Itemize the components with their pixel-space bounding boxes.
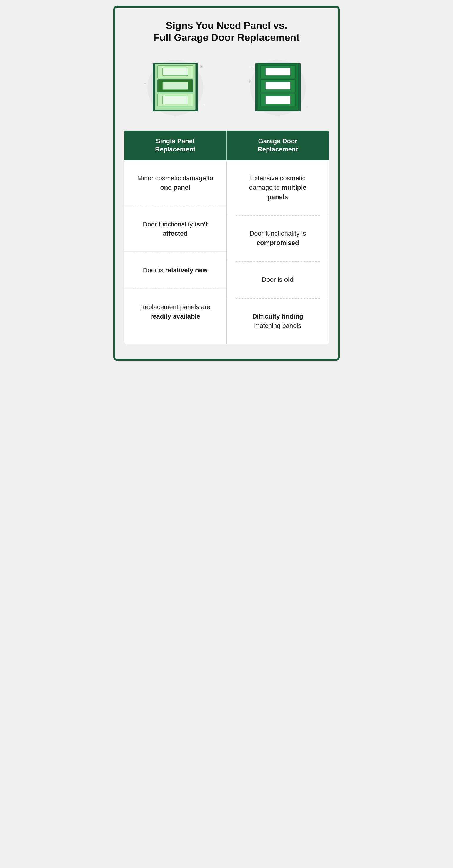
full-door-row-2: Door functionality is compromised (227, 216, 329, 261)
svg-rect-6 (163, 96, 188, 104)
full-door-row-4-bold: Difficulty finding (252, 313, 303, 320)
svg-rect-18 (255, 63, 258, 111)
svg-rect-2 (163, 68, 188, 75)
illustrations-section: ✳ + ○ (124, 55, 329, 120)
sparkle-1: ✳ (200, 64, 203, 69)
svg-rect-19 (299, 63, 301, 111)
single-panel-column: Single PanelReplacement Minor cosmetic d… (124, 131, 227, 344)
svg-rect-14 (265, 82, 291, 90)
single-panel-row-2-bold: isn't affected (163, 221, 208, 237)
single-panel-row-3: Door is relatively new (124, 252, 227, 288)
single-panel-row-2: Door functionality isn't affected (124, 207, 227, 252)
full-door-row-1-bold: multiple panels (267, 184, 306, 200)
main-card: Signs You Need Panel vs. Full Garage Doo… (113, 6, 340, 361)
svg-rect-9 (196, 63, 198, 111)
single-panel-row-4: Replacement panels are readily available (124, 289, 227, 335)
single-panel-illustration: ✳ + ○ (143, 55, 208, 120)
sparkle-2: + (203, 103, 205, 107)
title-line1: Signs You Need Panel vs. (166, 20, 288, 31)
svg-rect-8 (153, 63, 155, 111)
single-panel-row-1: Minor cosmetic damage to one panel (124, 160, 227, 206)
full-door-row-3: Door is old (227, 262, 329, 298)
full-door-body: Extensive cosmetic damage to multiple pa… (227, 160, 329, 344)
title-line2: Full Garage Door Replacement (154, 32, 300, 43)
sparkle-4: + (251, 66, 253, 70)
single-panel-body: Minor cosmetic damage to one panel Door … (124, 160, 227, 344)
full-door-row-4: Difficulty finding matching panels (227, 299, 329, 344)
single-panel-header: Single PanelReplacement (124, 131, 227, 160)
comparison-table: Single PanelReplacement Minor cosmetic d… (124, 130, 329, 344)
single-panel-row-4-bold: readily available (150, 313, 200, 320)
full-door-header: Garage DoorReplacement (227, 131, 329, 160)
sparkle-3: ○ (145, 82, 146, 85)
sparkle-6: ✳ (248, 79, 251, 84)
svg-rect-12 (265, 68, 291, 75)
full-door-column: Garage DoorReplacement Extensive cosmeti… (227, 131, 329, 344)
full-door-row-1: Extensive cosmetic damage to multiple pa… (227, 160, 329, 215)
svg-rect-4 (163, 82, 188, 90)
svg-rect-16 (265, 96, 291, 104)
single-panel-row-1-bold: one panel (160, 184, 190, 191)
sparkle-5: ○ (306, 105, 308, 108)
main-title: Signs You Need Panel vs. Full Garage Doo… (124, 20, 329, 43)
right-door-svg (253, 60, 303, 115)
full-door-row-3-bold: old (284, 276, 294, 283)
left-door-svg (150, 60, 200, 115)
full-door-row-2-bold: compromised (256, 239, 299, 247)
single-panel-row-3-bold: relatively new (165, 267, 207, 274)
full-door-illustration: + ○ ✳ (246, 55, 310, 120)
